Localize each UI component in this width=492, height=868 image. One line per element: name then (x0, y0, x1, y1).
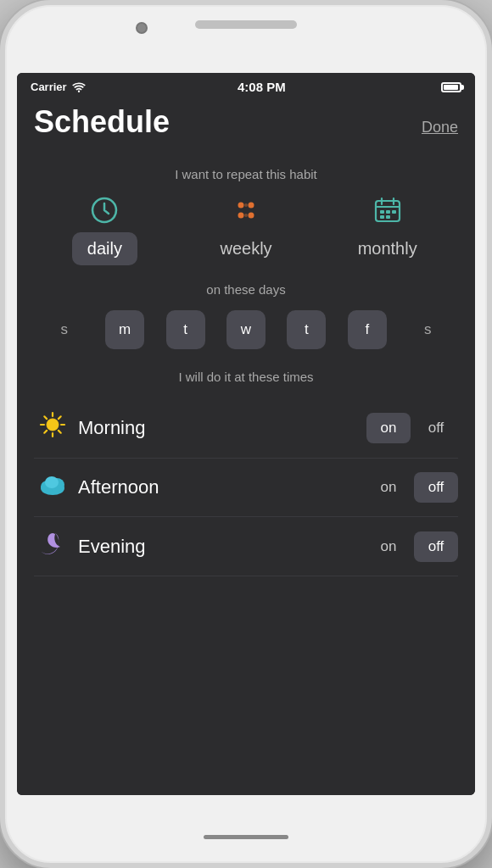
svg-line-23 (59, 416, 61, 419)
svg-rect-12 (386, 210, 390, 214)
repeat-options: daily weekly (34, 195, 458, 265)
content: I want to repeat this habit daily (17, 150, 475, 795)
phone-frame: Carrier 4:08 PM Schedule Done I want to … (0, 0, 492, 868)
page-title: Schedule (34, 104, 170, 140)
volume-down-button[interactable] (0, 225, 3, 276)
repeat-option-monthly[interactable]: monthly (316, 195, 458, 265)
moon-icon (34, 531, 71, 562)
svg-line-24 (44, 431, 47, 433)
evening-off-button[interactable]: off (414, 531, 458, 562)
svg-point-28 (45, 476, 59, 488)
calendar-icon (373, 195, 402, 225)
weekly-label: weekly (204, 232, 287, 265)
repeat-option-weekly[interactable]: weekly (176, 195, 317, 265)
daily-label: daily (72, 232, 137, 265)
day-fri[interactable]: f (348, 310, 387, 349)
morning-label: Morning (78, 417, 366, 439)
svg-point-6 (244, 214, 248, 217)
times-section-label: I will do it at these times (34, 370, 458, 384)
screen: Carrier 4:08 PM Schedule Done I want to … (17, 73, 475, 795)
dots-icon (232, 195, 260, 225)
svg-point-2 (249, 203, 254, 209)
svg-rect-15 (386, 215, 390, 219)
evening-on-button[interactable]: on (366, 531, 411, 562)
evening-label: Evening (78, 536, 366, 558)
home-indicator[interactable] (204, 835, 288, 839)
svg-rect-14 (380, 215, 384, 219)
afternoon-toggle: on off (366, 472, 458, 503)
wifi-icon (72, 82, 86, 92)
monthly-label: monthly (343, 232, 433, 265)
carrier-label: Carrier (31, 81, 67, 93)
morning-row: Morning on off (34, 398, 458, 459)
svg-point-4 (249, 213, 254, 219)
svg-point-1 (238, 203, 244, 209)
evening-toggle: on off (366, 531, 458, 562)
times-section: I will do it at these times (34, 370, 458, 576)
status-left: Carrier (31, 81, 86, 93)
svg-point-5 (244, 203, 248, 207)
day-tue[interactable]: t (166, 310, 205, 349)
day-mon[interactable]: m (105, 310, 144, 349)
days-section-label: on these days (34, 282, 458, 297)
day-thu[interactable]: t (287, 310, 326, 349)
afternoon-label: Afternoon (78, 476, 366, 498)
svg-rect-11 (380, 210, 384, 214)
day-wed[interactable]: w (226, 310, 266, 349)
volume-up-button[interactable] (0, 158, 3, 209)
clock-icon (90, 195, 119, 225)
svg-line-21 (44, 416, 47, 419)
morning-toggle: on off (366, 413, 458, 443)
days-row: s m t w t f (34, 310, 458, 349)
afternoon-on-button[interactable]: on (366, 472, 411, 503)
evening-row: Evening on off (34, 517, 458, 576)
status-bar: Carrier 4:08 PM (17, 73, 475, 97)
sun-icon (34, 411, 71, 444)
status-time: 4:08 PM (238, 80, 286, 94)
battery-icon (441, 82, 461, 92)
svg-rect-13 (392, 210, 396, 214)
repeat-section-label: I want to repeat this habit (34, 167, 458, 181)
done-button[interactable]: Done (422, 119, 458, 140)
front-camera (136, 22, 148, 34)
repeat-option-daily[interactable]: daily (34, 195, 176, 265)
afternoon-off-button[interactable]: off (414, 472, 458, 503)
power-button[interactable] (489, 192, 492, 268)
days-section: on these days s m t w t (34, 282, 458, 349)
cloud-icon (34, 473, 71, 503)
morning-on-button[interactable]: on (366, 413, 411, 443)
header: Schedule Done (17, 97, 475, 150)
status-right (438, 82, 461, 92)
day-sat[interactable]: s (408, 310, 447, 349)
svg-point-3 (238, 213, 244, 219)
svg-line-22 (59, 431, 61, 433)
morning-off-button[interactable]: off (414, 413, 458, 443)
svg-point-16 (47, 419, 59, 431)
afternoon-row: Afternoon on off (34, 459, 458, 517)
battery-fill (444, 85, 458, 90)
day-sun[interactable]: s (45, 310, 84, 349)
